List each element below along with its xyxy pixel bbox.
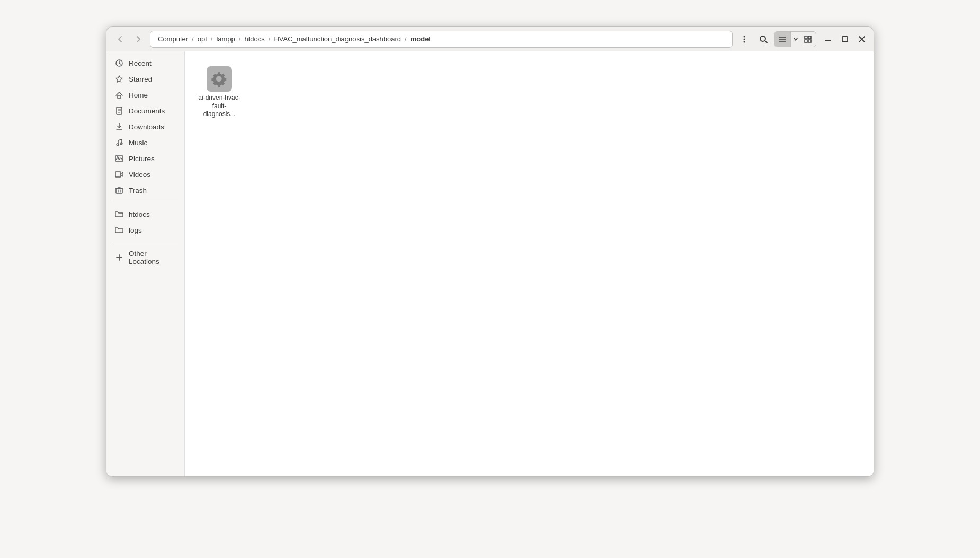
sidebar-item-recent[interactable]: Recent: [109, 56, 182, 70]
minimize-icon: [824, 36, 832, 43]
svg-rect-11: [808, 40, 811, 42]
breadcrumb-sep-5: /: [405, 35, 407, 43]
sidebar-item-pictures[interactable]: Pictures: [109, 151, 182, 166]
svg-point-25: [117, 144, 119, 146]
back-icon: [116, 35, 124, 43]
file-item[interactable]: ai-driven-hvac-fault-diagnosis...: [195, 62, 243, 123]
sidebar-separator-2: [113, 242, 178, 242]
breadcrumb: Computer / opt / lampp / htdocs / HVAC_m…: [150, 31, 733, 48]
breadcrumb-computer[interactable]: Computer: [156, 34, 190, 44]
sidebar-label-videos: Videos: [129, 171, 150, 179]
sidebar-label-other-locations: Other Locations: [129, 250, 176, 265]
window-controls: [821, 32, 869, 47]
nav-buttons: [112, 31, 147, 48]
sidebar-item-logs[interactable]: logs: [109, 223, 182, 237]
chevron-down-icon: [793, 37, 798, 42]
sidebar-label-recent: Recent: [129, 59, 152, 67]
sidebar-item-music[interactable]: Music: [109, 135, 182, 150]
more-options-button[interactable]: [736, 31, 753, 48]
breadcrumb-lampp[interactable]: lampp: [214, 34, 237, 44]
main-area: Recent Starred Home: [106, 51, 874, 476]
search-button[interactable]: [755, 31, 772, 48]
file-manager-window: Computer / opt / lampp / htdocs / HVAC_m…: [106, 26, 874, 477]
sidebar-item-starred[interactable]: Starred: [109, 72, 182, 86]
svg-line-4: [765, 41, 767, 43]
pictures-icon: [115, 154, 123, 163]
close-button[interactable]: [854, 32, 869, 47]
view-toggle: [774, 31, 816, 47]
breadcrumb-current: model: [408, 34, 433, 44]
recent-icon: [115, 59, 123, 67]
breadcrumb-sep-4: /: [269, 35, 271, 43]
grid-view-icon: [804, 35, 812, 43]
svg-point-2: [744, 41, 745, 42]
more-options-icon: [740, 34, 749, 44]
restore-icon: [841, 36, 849, 43]
breadcrumb-opt[interactable]: opt: [195, 34, 209, 44]
restore-button[interactable]: [838, 32, 852, 47]
svg-rect-9: [808, 36, 811, 39]
sidebar-label-logs: logs: [129, 226, 142, 234]
sidebar-separator-1: [113, 202, 178, 202]
sidebar-item-videos[interactable]: Videos: [109, 167, 182, 182]
sidebar-label-home: Home: [129, 91, 148, 99]
breadcrumb-sep-2: /: [211, 35, 213, 43]
close-icon: [858, 36, 866, 43]
svg-point-26: [120, 143, 122, 145]
music-icon: [115, 138, 123, 147]
breadcrumb-sep-1: /: [192, 35, 194, 43]
list-view-icon: [778, 35, 787, 43]
back-button[interactable]: [112, 31, 129, 48]
breadcrumb-sep-3: /: [239, 35, 241, 43]
folder-icon-htdocs: [115, 210, 123, 218]
svg-rect-27: [115, 156, 123, 161]
videos-icon: [115, 170, 123, 179]
titlebar: Computer / opt / lampp / htdocs / HVAC_m…: [106, 27, 874, 51]
plus-icon: [115, 253, 123, 262]
svg-marker-17: [116, 76, 122, 82]
sidebar-label-documents: Documents: [129, 107, 165, 115]
file-icon-gear: [207, 66, 232, 92]
sidebar-label-pictures: Pictures: [129, 155, 155, 163]
svg-rect-29: [115, 172, 121, 177]
svg-point-1: [744, 38, 745, 40]
sidebar-item-home[interactable]: Home: [109, 87, 182, 102]
home-icon: [115, 91, 123, 99]
forward-button[interactable]: [130, 31, 147, 48]
svg-point-0: [744, 36, 745, 37]
sidebar-label-trash: Trash: [129, 187, 147, 194]
documents-icon: [115, 107, 123, 115]
sidebar-item-htdocs[interactable]: htdocs: [109, 207, 182, 222]
trash-icon: [115, 186, 123, 194]
sidebar-item-documents[interactable]: Documents: [109, 103, 182, 118]
sidebar-label-music: Music: [129, 139, 147, 147]
sidebar-label-starred: Starred: [129, 75, 152, 83]
breadcrumb-hvac[interactable]: HVAC_malfunction_diagnosis_dashboard: [272, 34, 403, 44]
svg-rect-10: [805, 40, 807, 42]
star-icon: [115, 75, 123, 83]
minimize-button[interactable]: [821, 32, 835, 47]
sidebar-label-downloads: Downloads: [129, 123, 164, 131]
svg-rect-13: [842, 37, 848, 42]
view-dropdown-button[interactable]: [790, 32, 800, 47]
sidebar-item-downloads[interactable]: Downloads: [109, 119, 182, 134]
search-icon: [759, 34, 768, 44]
sidebar-item-other-locations[interactable]: Other Locations: [109, 246, 182, 269]
svg-rect-8: [805, 36, 807, 39]
sidebar-item-trash[interactable]: Trash: [109, 183, 182, 198]
svg-rect-31: [116, 188, 122, 193]
svg-rect-18: [118, 95, 121, 98]
titlebar-actions: [736, 31, 869, 48]
gear-svg: [211, 70, 228, 87]
grid-view-button[interactable]: [800, 32, 816, 47]
folder-icon-logs: [115, 226, 123, 234]
list-view-button[interactable]: [774, 32, 790, 47]
downloads-icon: [115, 122, 123, 131]
file-grid: ai-driven-hvac-fault-diagnosis...: [195, 62, 863, 123]
sidebar: Recent Starred Home: [106, 51, 185, 476]
breadcrumb-htdocs[interactable]: htdocs: [242, 34, 266, 44]
file-name: ai-driven-hvac-fault-diagnosis...: [198, 94, 241, 119]
content-area: ai-driven-hvac-fault-diagnosis...: [185, 51, 874, 476]
sidebar-label-htdocs: htdocs: [129, 210, 150, 218]
forward-icon: [134, 35, 142, 43]
